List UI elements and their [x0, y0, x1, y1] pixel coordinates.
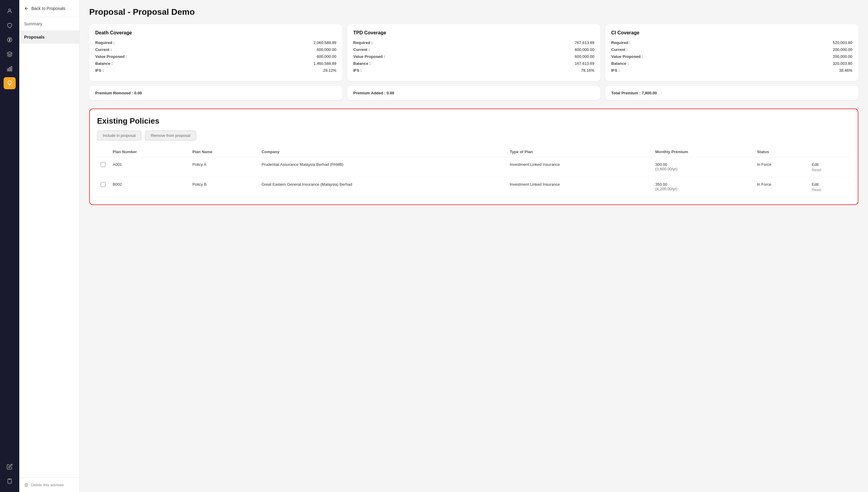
monthly-premium-header: Monthly Premium	[652, 147, 754, 157]
death-balance-row: Balance : 1,460,588.89	[95, 61, 336, 66]
death-ifs-label: IFS :	[95, 68, 104, 73]
row-a001-actions: Edit Reset	[808, 157, 851, 177]
pencil-icon[interactable]	[4, 461, 16, 473]
premium-added-label: Premium Added :	[353, 91, 385, 95]
row-b002-reset-button[interactable]: Reset	[812, 188, 847, 192]
death-balance-label: Balance :	[95, 61, 113, 66]
plan-name-header: Plan Name	[189, 147, 258, 157]
ci-balance-label: Balance :	[611, 61, 629, 66]
left-panel: Back to Proposals Summary Proposals Dele…	[19, 0, 80, 492]
shield-icon[interactable]	[4, 19, 16, 31]
row-b002-status: In Force	[754, 177, 808, 197]
tpd-balance-value: 167,613.69	[575, 61, 594, 66]
svg-marker-2	[7, 52, 12, 54]
ci-balance-value: 320,003.80	[833, 61, 852, 66]
person-icon[interactable]	[4, 5, 16, 17]
lightbulb-icon[interactable]	[4, 77, 16, 89]
premium-removed-card: Premium Removed : 0.00	[89, 86, 342, 100]
row-b002-premium: 350.00 (4,200.00/yr)	[652, 177, 754, 197]
main-content: Proposal - Proposal Demo Death Coverage …	[80, 0, 868, 492]
tpd-ifs-value: 78.16%	[581, 68, 594, 73]
death-ifs-row: IFS : 29.12%	[95, 68, 336, 73]
tpd-proposed-value: 600,000.00	[575, 54, 594, 59]
checkbox-header	[97, 147, 109, 157]
death-proposed-value: 600,000.00	[317, 54, 336, 59]
ci-current-value: 200,000.00	[833, 47, 852, 52]
row-a001-checkbox[interactable]	[101, 162, 105, 167]
tpd-ifs-label: IFS :	[353, 68, 362, 73]
tpd-current-label: Current :	[353, 47, 370, 52]
row-b002-type: Investment Linked Insurance	[506, 177, 652, 197]
policies-table: Plan Number Plan Name Company Type of Pl…	[97, 147, 850, 197]
death-required-label: Required :	[95, 41, 114, 45]
row-b002-checkbox[interactable]	[101, 182, 105, 187]
tpd-required-value: 767,613.69	[575, 41, 594, 45]
svg-rect-5	[11, 67, 12, 71]
back-to-proposals-button[interactable]: Back to Proposals	[19, 0, 79, 17]
tpd-balance-label: Balance :	[353, 61, 371, 66]
ci-current-label: Current :	[611, 47, 628, 52]
total-premium-label: Total Premium :	[611, 91, 640, 95]
ci-coverage-card: CI Coverage Required : 520,003.80 Curren…	[605, 24, 858, 81]
delete-advisee-button[interactable]: Delete this advisee	[19, 477, 79, 492]
table-row: B002 Policy B Great Eastern General Insu…	[97, 177, 850, 197]
remove-proposal-button[interactable]: Remove from proposal	[145, 130, 196, 141]
death-current-row: Current : 600,000.00	[95, 47, 336, 52]
plan-number-header: Plan Number	[109, 147, 189, 157]
page-title: Proposal - Proposal Demo	[89, 7, 858, 17]
death-ifs-value: 29.12%	[323, 68, 336, 73]
row-a001-edit-button[interactable]: Edit	[812, 162, 847, 167]
sidebar	[0, 0, 19, 492]
policies-actions: Include in proposal Remove from proposal	[97, 130, 850, 141]
tpd-proposed-row: Value Proposed : 600,000.00	[353, 54, 594, 59]
existing-policies-section: Existing Policies Include in proposal Re…	[89, 108, 858, 205]
row-b002-edit-button[interactable]: Edit	[812, 182, 847, 187]
ci-ifs-value: 38.46%	[839, 68, 852, 73]
row-b002-checkbox-cell	[97, 177, 109, 197]
tpd-current-value: 600,000.00	[575, 47, 594, 52]
dollar-icon[interactable]	[4, 34, 16, 46]
row-a001-plan-number: A001	[109, 157, 189, 177]
death-balance-value: 1,460,588.89	[313, 61, 336, 66]
svg-rect-4	[9, 68, 10, 71]
death-proposed-label: Value Proposed :	[95, 54, 127, 59]
row-b002-company: Great Eastern General Insurance (Malaysi…	[258, 177, 506, 197]
ci-coverage-title: CI Coverage	[611, 30, 852, 35]
nav-summary[interactable]: Summary	[19, 17, 79, 30]
premium-added-value: 0.00	[387, 91, 394, 95]
svg-point-0	[9, 9, 11, 11]
clipboard-icon[interactable]	[4, 475, 16, 487]
tpd-proposed-label: Value Proposed :	[353, 54, 385, 59]
tpd-coverage-card: TPD Coverage Required : 767,613.69 Curre…	[347, 24, 601, 81]
ci-balance-row: Balance : 320,003.80	[611, 61, 852, 66]
tpd-current-row: Current : 600,000.00	[353, 47, 594, 52]
row-a001-reset-button[interactable]: Reset	[812, 168, 847, 172]
actions-header	[808, 147, 851, 157]
row-a001-status: In Force	[754, 157, 808, 177]
tpd-coverage-title: TPD Coverage	[353, 30, 594, 35]
ci-required-row: Required : 520,003.80	[611, 41, 852, 45]
company-header: Company	[258, 147, 506, 157]
ci-proposed-label: Value Proposed :	[611, 54, 643, 59]
tpd-required-row: Required : 767,613.69	[353, 41, 594, 45]
back-arrow-icon	[24, 6, 29, 11]
row-a001-company: Prudential Assurance Malaysia Berhad (PA…	[258, 157, 506, 177]
death-coverage-card: Death Coverage Required : 2,060,588.89 C…	[89, 24, 342, 81]
row-a001-premium: 300.00 (3,600.00/yr)	[652, 157, 754, 177]
ci-proposed-value: 200,000.00	[833, 54, 852, 59]
total-premium-value: 7,800.00	[642, 91, 657, 95]
layers-icon[interactable]	[4, 48, 16, 60]
chart-icon[interactable]	[4, 63, 16, 75]
back-label: Back to Proposals	[31, 6, 66, 11]
ci-ifs-label: IFS :	[611, 68, 620, 73]
tpd-balance-row: Balance : 167,613.69	[353, 61, 594, 66]
include-proposal-button[interactable]: Include in proposal	[97, 130, 142, 141]
total-premium-card: Total Premium : 7,800.00	[605, 86, 858, 100]
type-of-plan-header: Type of Plan	[506, 147, 652, 157]
premium-removed-label: Premium Removed :	[95, 91, 133, 95]
existing-policies-title: Existing Policies	[97, 116, 850, 126]
table-header-row: Plan Number Plan Name Company Type of Pl…	[97, 147, 850, 157]
nav-proposals[interactable]: Proposals	[19, 30, 79, 44]
death-current-label: Current :	[95, 47, 112, 52]
delete-label: Delete this advisee	[31, 483, 64, 487]
